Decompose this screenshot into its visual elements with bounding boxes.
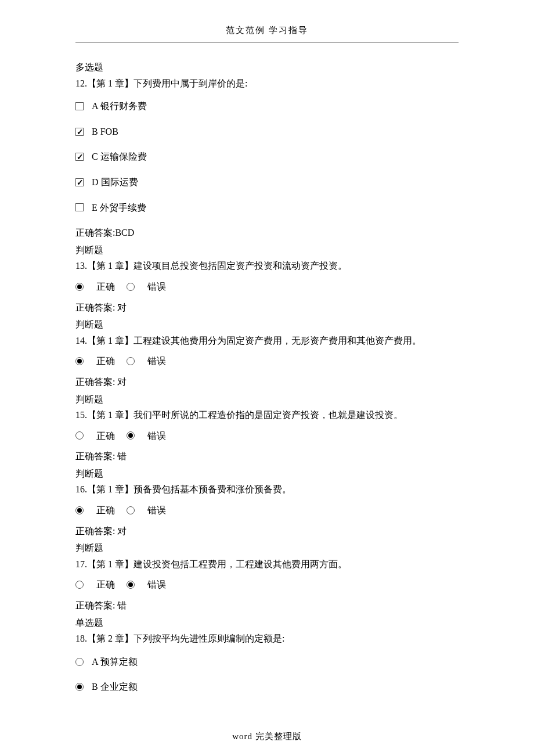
q16-type: 判断题: [75, 466, 459, 481]
option-true: 正确: [96, 503, 115, 518]
option-true: 正确: [96, 354, 115, 369]
checkbox-icon[interactable]: [75, 102, 84, 110]
radio-icon[interactable]: [75, 658, 84, 666]
q13-options: 正确 错误: [75, 279, 459, 294]
option-false: 错误: [147, 577, 166, 592]
q12-option-e[interactable]: E 外贸手续费: [75, 200, 459, 215]
option-label: A 银行财务费: [92, 99, 147, 114]
option-label: C 运输保险费: [92, 149, 147, 164]
option-true: 正确: [96, 577, 115, 592]
q14-options: 正确 错误: [75, 354, 459, 369]
q18-type: 单选题: [75, 615, 459, 631]
option-label: A 预算定额: [92, 654, 138, 669]
q12-type: 多选题: [75, 60, 459, 75]
checkbox-icon[interactable]: [75, 153, 84, 161]
radio-icon[interactable]: [127, 283, 135, 291]
q17-text: 17.【第 1 章】建设投资包括工程费用，工程建设其他费用两方面。: [75, 557, 459, 572]
radio-icon[interactable]: [127, 506, 135, 514]
radio-icon[interactable]: [127, 357, 135, 365]
page-footer: word 完美整理版: [0, 729, 534, 743]
document-content: 多选题 12.【第 1 章】下列费用中属于到岸价的是: A 银行财务费 B FO…: [75, 60, 459, 694]
radio-icon[interactable]: [75, 581, 84, 589]
q12-answer: 正确答案:BCD: [75, 225, 459, 240]
page-header: 范文范例 学习指导: [75, 23, 459, 42]
q17-answer: 正确答案: 错: [75, 598, 459, 613]
q16-options: 正确 错误: [75, 503, 459, 518]
q15-options: 正确 错误: [75, 429, 459, 444]
option-true: 正确: [96, 429, 115, 444]
q15-text: 15.【第 1 章】我们平时所说的工程造价指的是固定资产投资，也就是建设投资。: [75, 408, 459, 423]
option-label: B 企业定额: [92, 679, 138, 694]
checkbox-icon[interactable]: [75, 203, 84, 211]
q18-text: 18.【第 2 章】下列按平均先进性原则编制的定额是:: [75, 631, 459, 646]
checkbox-icon[interactable]: [75, 128, 84, 136]
option-true: 正确: [96, 279, 115, 294]
q12-option-c[interactable]: C 运输保险费: [75, 149, 459, 164]
radio-icon[interactable]: [75, 506, 84, 514]
q16-answer: 正确答案: 对: [75, 524, 459, 539]
radio-icon[interactable]: [75, 683, 84, 691]
radio-icon[interactable]: [127, 581, 135, 589]
checkbox-icon[interactable]: [75, 178, 84, 186]
option-label: E 外贸手续费: [92, 200, 146, 215]
q14-text: 14.【第 1 章】工程建设其他费用分为固定资产费用，无形资产费用和其他资产费用…: [75, 333, 459, 348]
q14-type: 判断题: [75, 317, 459, 332]
option-false: 错误: [147, 429, 166, 444]
q13-answer: 正确答案: 对: [75, 300, 459, 315]
radio-icon[interactable]: [75, 357, 84, 365]
q12-option-d[interactable]: D 国际运费: [75, 175, 459, 190]
q13-type: 判断题: [75, 243, 459, 258]
q18-option-b[interactable]: B 企业定额: [75, 679, 459, 694]
q17-type: 判断题: [75, 541, 459, 556]
option-false: 错误: [147, 503, 166, 518]
q15-answer: 正确答案: 错: [75, 449, 459, 464]
q13-text: 13.【第 1 章】建设项目总投资包括固定资产投资和流动资产投资。: [75, 258, 459, 273]
option-label: D 国际运费: [92, 175, 138, 190]
q17-options: 正确 错误: [75, 577, 459, 592]
q15-type: 判断题: [75, 392, 459, 407]
option-false: 错误: [147, 279, 166, 294]
option-false: 错误: [147, 354, 166, 369]
radio-icon[interactable]: [75, 283, 84, 291]
q18-option-a[interactable]: A 预算定额: [75, 654, 459, 669]
option-label: B FOB: [92, 124, 118, 139]
q16-text: 16.【第 1 章】预备费包括基本预备费和涨价预备费。: [75, 482, 459, 497]
radio-icon[interactable]: [127, 431, 135, 440]
q14-answer: 正确答案: 对: [75, 375, 459, 390]
q12-text: 12.【第 1 章】下列费用中属于到岸价的是:: [75, 76, 459, 91]
q12-option-a[interactable]: A 银行财务费: [75, 99, 459, 114]
radio-icon[interactable]: [75, 431, 84, 440]
q12-option-b[interactable]: B FOB: [75, 124, 459, 139]
